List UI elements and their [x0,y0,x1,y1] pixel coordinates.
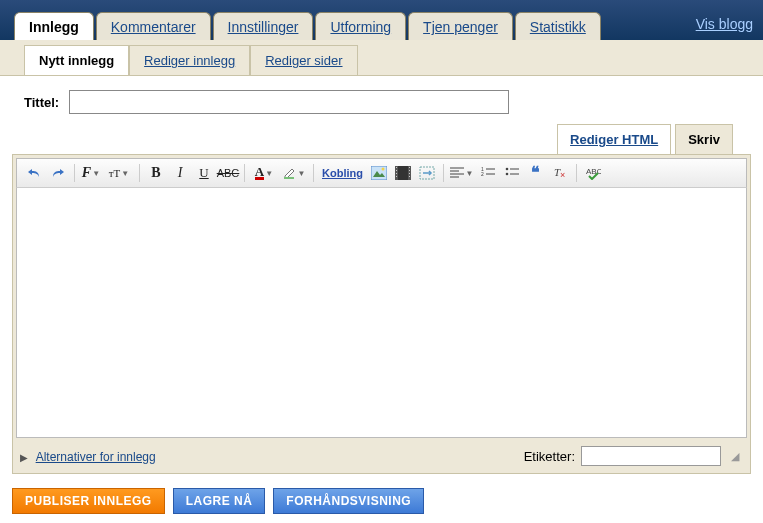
toolbar-separator [74,164,75,182]
insert-link-button[interactable]: Kobling [319,167,366,179]
main-content: Tittel: Rediger HTML Skriv F▼ тT▼ B I U … [0,76,763,523]
svg-rect-7 [396,167,397,168]
subtab-rediger-sider[interactable]: Rediger sider [250,45,357,75]
insert-video-icon[interactable] [392,163,414,183]
action-buttons: PUBLISER INNLEGG LAGRE NÅ FORHÅNDSVISNIN… [12,488,751,514]
insert-image-icon[interactable] [368,163,390,183]
underline-button[interactable]: U [193,163,215,183]
subtab-rediger-innlegg[interactable]: Rediger innlegg [129,45,250,75]
svg-rect-1 [371,166,387,180]
undo-icon[interactable] [23,163,45,183]
svg-rect-8 [396,170,397,171]
labels-wrapper: Etiketter: ◢ [524,446,743,466]
svg-rect-12 [409,170,410,171]
tab-tjen-penger[interactable]: Tjen penger [408,12,513,40]
font-family-button[interactable]: F▼ [80,163,102,183]
editor-toolbar: F▼ тT▼ B I U ABC A▼ ▼ Kobling [16,158,747,188]
caret-right-icon: ▶ [20,452,28,463]
toolbar-separator [313,164,314,182]
highlight-color-button[interactable]: ▼ [280,163,308,183]
top-bar: Innlegg Kommentarer Innstillinger Utform… [0,0,763,40]
blockquote-icon[interactable]: ❝ [525,163,547,183]
vis-blogg-link[interactable]: Vis blogg [696,16,753,32]
svg-text:2: 2 [481,171,484,177]
tab-innstillinger[interactable]: Innstillinger [213,12,314,40]
text-color-button[interactable]: A▼ [250,163,278,183]
save-now-button[interactable]: LAGRE NÅ [173,488,266,514]
title-input[interactable] [69,90,509,114]
svg-point-25 [506,173,509,176]
labels-label: Etiketter: [524,449,575,464]
sub-tab-bar: Nytt innlegg Rediger innlegg Rediger sid… [0,40,763,76]
toolbar-separator [576,164,577,182]
options-row: ▶ Alternativer for innlegg Etiketter: ◢ [16,446,747,470]
svg-text:ABC: ABC [586,167,601,176]
svg-rect-0 [284,177,294,179]
tab-utforming[interactable]: Utforming [315,12,406,40]
modetab-rediger-html[interactable]: Rediger HTML [557,124,671,154]
editor-wrapper: F▼ тT▼ B I U ABC A▼ ▼ Kobling [12,154,751,474]
modetab-skriv[interactable]: Skriv [675,124,733,154]
bold-button[interactable]: B [145,163,167,183]
italic-button[interactable]: I [169,163,191,183]
mode-tabs: Rediger HTML Skriv [12,124,751,154]
resize-grip-icon[interactable]: ◢ [731,450,743,462]
tab-kommentarer[interactable]: Kommentarer [96,12,211,40]
svg-point-3 [381,168,384,171]
publish-button[interactable]: PUBLISER INNLEGG [12,488,165,514]
redo-icon[interactable] [47,163,69,183]
svg-rect-14 [409,176,410,177]
font-size-button[interactable]: тT▼ [104,163,134,183]
toolbar-separator [139,164,140,182]
numbered-list-icon[interactable]: 12 [477,163,499,183]
svg-rect-13 [409,173,410,174]
preview-button[interactable]: FORHÅNDSVISNING [273,488,424,514]
title-label: Tittel: [24,95,59,110]
svg-point-24 [506,168,509,171]
tab-innlegg[interactable]: Innlegg [14,12,94,40]
toolbar-separator [244,164,245,182]
insert-jump-icon[interactable] [416,163,438,183]
title-row: Tittel: [12,90,751,114]
main-tabs: Innlegg Kommentarer Innstillinger Utform… [14,12,601,40]
strikethrough-button[interactable]: ABC [217,163,239,183]
sub-tabs: Nytt innlegg Rediger innlegg Rediger sid… [24,45,358,75]
align-button[interactable]: ▼ [449,163,475,183]
toolbar-separator [443,164,444,182]
remove-format-icon[interactable]: T× [549,163,571,183]
editor-textarea[interactable] [16,188,747,438]
svg-text:×: × [560,170,565,180]
labels-input[interactable] [581,446,721,466]
svg-rect-11 [409,167,410,168]
svg-rect-10 [396,176,397,177]
spellcheck-icon[interactable]: ABC [582,163,604,183]
subtab-nytt-innlegg[interactable]: Nytt innlegg [24,45,129,75]
bullet-list-icon[interactable] [501,163,523,183]
svg-rect-9 [396,173,397,174]
tab-statistikk[interactable]: Statistikk [515,12,601,40]
post-options-toggle[interactable]: ▶ Alternativer for innlegg [20,449,156,464]
